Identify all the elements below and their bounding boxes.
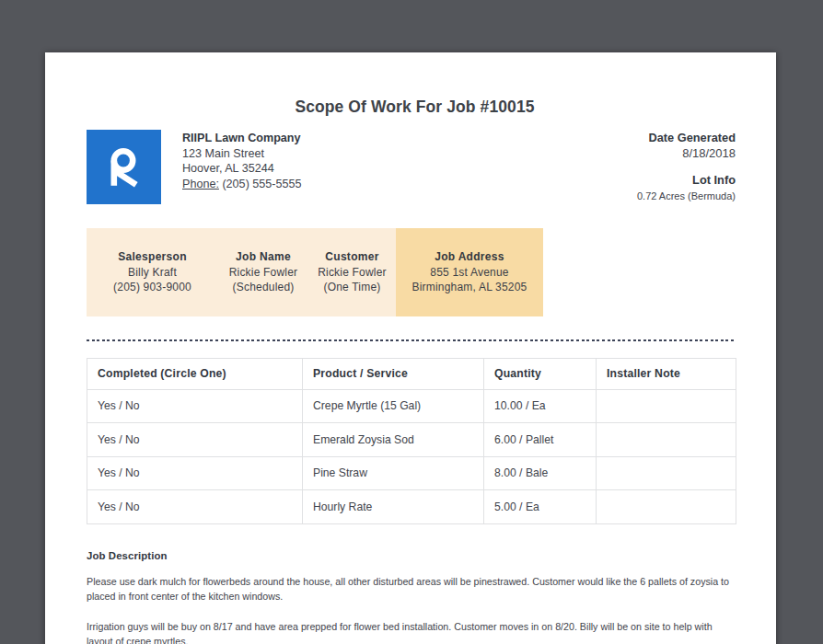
cell-completed: Yes / No bbox=[87, 423, 303, 457]
company-logo-r-icon bbox=[87, 130, 161, 204]
banner-line: (205) 903-9000 bbox=[87, 280, 218, 295]
table-row: Yes / No Hourly Rate 5.00 / Ea bbox=[87, 490, 736, 524]
cell-product: Crepe Myrtle (15 Gal) bbox=[303, 389, 484, 423]
phone-label: Phone: bbox=[182, 178, 219, 190]
header-product-service: Product / Service bbox=[303, 359, 484, 390]
cell-product: Pine Straw bbox=[303, 456, 484, 490]
cell-product: Hourly Rate bbox=[303, 490, 484, 524]
banner-label: Salesperson bbox=[87, 249, 218, 265]
banner-label: Customer bbox=[308, 249, 396, 265]
work-items-table: Completed (Circle One) Product / Service… bbox=[87, 358, 736, 524]
banner-col-salesperson: Salesperson Billy Kraft (205) 903-9000 bbox=[87, 228, 218, 316]
header-quantity: Quantity bbox=[484, 359, 597, 390]
table-row: Yes / No Pine Straw 8.00 / Bale bbox=[87, 456, 736, 490]
date-generated-label: Date Generated bbox=[637, 131, 736, 146]
banner-line: 855 1st Avenue bbox=[396, 265, 543, 281]
date-generated-block: Date Generated 8/18/2018 bbox=[637, 131, 736, 161]
lot-info-label: Lot Info bbox=[637, 173, 736, 189]
cell-completed: Yes / No bbox=[87, 389, 303, 423]
banner-line: Rickie Fowler bbox=[218, 265, 308, 281]
table-row: Yes / No Emerald Zoysia Sod 6.00 / Palle… bbox=[87, 423, 736, 457]
banner-line: (One Time) bbox=[308, 280, 396, 295]
job-description-paragraph: Please use dark mulch for flowerbeds aro… bbox=[87, 574, 732, 604]
cell-installer-note bbox=[597, 423, 736, 457]
phone-number: (205) 555-5555 bbox=[222, 178, 301, 190]
table-header-row: Completed (Circle One) Product / Service… bbox=[87, 359, 736, 390]
document-page: Scope Of Work For Job #10015 RIIPL Lawn … bbox=[45, 52, 776, 644]
banner-col-job-address: Job Address 855 1st Avenue Birmingham, A… bbox=[396, 228, 543, 316]
banner-line: Billy Kraft bbox=[87, 265, 218, 281]
document-title: Scope Of Work For Job #10015 bbox=[90, 52, 739, 119]
document-header: RIIPL Lawn Company 123 Main Street Hoove… bbox=[87, 130, 736, 204]
banner-line: (Scheduled) bbox=[218, 280, 308, 295]
company-info: RIIPL Lawn Company 123 Main Street Hoove… bbox=[182, 130, 302, 204]
banner-line: Birmingham, AL 35205 bbox=[396, 280, 543, 295]
job-summary-banner: Salesperson Billy Kraft (205) 903-9000 J… bbox=[87, 228, 736, 316]
banner-col-job-name: Job Name Rickie Fowler (Scheduled) bbox=[218, 228, 308, 316]
cell-installer-note bbox=[597, 456, 736, 490]
cell-completed: Yes / No bbox=[87, 456, 303, 490]
company-name: RIIPL Lawn Company bbox=[182, 131, 302, 146]
lot-info-value: 0.72 Acres (Bermuda) bbox=[637, 189, 736, 204]
cell-installer-note bbox=[597, 389, 736, 423]
banner-label: Job Name bbox=[218, 249, 308, 265]
header-installer-note: Installer Note bbox=[597, 359, 736, 390]
cell-installer-note bbox=[597, 490, 736, 524]
header-completed: Completed (Circle One) bbox=[87, 359, 303, 390]
date-generated-value: 8/18/2018 bbox=[637, 146, 736, 162]
company-phone: Phone: (205) 555-5555 bbox=[182, 177, 302, 192]
cell-quantity: 5.00 / Ea bbox=[484, 490, 597, 524]
dashed-divider bbox=[87, 339, 736, 341]
table-row: Yes / No Crepe Myrtle (15 Gal) 10.00 / E… bbox=[87, 389, 736, 423]
lot-info-block: Lot Info 0.72 Acres (Bermuda) bbox=[637, 173, 736, 203]
banner-line: Rickie Fowler bbox=[308, 265, 396, 281]
job-description-paragraph: Irrigation guys will be buy on 8/17 and … bbox=[87, 619, 732, 644]
company-address-line1: 123 Main Street bbox=[182, 146, 302, 162]
banner-label: Job Address bbox=[396, 249, 543, 265]
banner-col-customer: Customer Rickie Fowler (One Time) bbox=[308, 228, 396, 316]
cell-quantity: 6.00 / Pallet bbox=[484, 423, 597, 457]
cell-quantity: 8.00 / Bale bbox=[484, 456, 597, 490]
cell-completed: Yes / No bbox=[87, 490, 303, 524]
job-description-heading: Job Description bbox=[87, 550, 736, 561]
cell-quantity: 10.00 / Ea bbox=[484, 389, 597, 423]
document-meta: Date Generated 8/18/2018 Lot Info 0.72 A… bbox=[637, 130, 736, 204]
company-address-line2: Hoover, AL 35244 bbox=[182, 161, 302, 177]
cell-product: Emerald Zoysia Sod bbox=[303, 423, 484, 457]
